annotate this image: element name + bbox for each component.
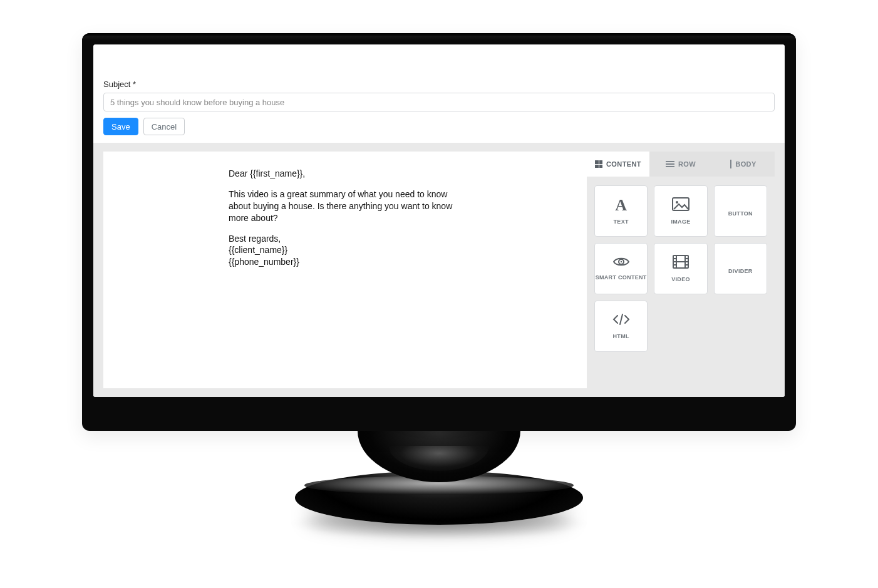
email-paragraph: This video is a great summary of what yo… — [229, 188, 467, 224]
email-editor-app: Subject * 5 things you should know befor… — [93, 44, 785, 397]
code-icon — [612, 313, 631, 328]
button-row: Save Cancel — [103, 118, 775, 135]
email-greeting: Dear {{first_name}}, — [229, 168, 467, 180]
email-signature: Best regards, {{client_name}} {{phone_nu… — [229, 233, 467, 269]
save-button[interactable]: Save — [103, 118, 138, 135]
svg-point-3 — [620, 261, 621, 262]
block-video[interactable]: VIDEO — [654, 243, 707, 294]
block-smart-content-label: SMART CONTENT — [596, 274, 647, 281]
block-divider-label: DIVIDER — [728, 268, 753, 274]
block-image[interactable]: IMAGE — [654, 185, 707, 237]
block-text[interactable]: A TEXT — [594, 185, 648, 237]
tab-body-label: BODY — [735, 160, 756, 168]
tab-body[interactable]: BODY — [712, 152, 775, 177]
tab-row[interactable]: ROW — [649, 152, 712, 177]
email-sig-line-1: {{client_name}} — [229, 244, 467, 256]
svg-line-14 — [620, 314, 622, 324]
tab-row-label: ROW — [678, 160, 696, 168]
block-text-label: TEXT — [614, 219, 629, 225]
body-icon — [730, 160, 731, 168]
tab-content[interactable]: CONTENT — [587, 152, 649, 177]
svg-point-1 — [676, 201, 678, 204]
text-icon: A — [615, 197, 627, 214]
block-image-label: IMAGE — [671, 219, 690, 225]
panel-tabs: CONTENT ROW — [587, 152, 775, 177]
editor-sidepanel: CONTENT ROW — [587, 152, 775, 388]
subject-input-value: 5 things you should know before buying a… — [110, 98, 284, 107]
form-area: Subject * 5 things you should know befor… — [93, 80, 785, 143]
email-sig-line-2: {{phone_number}} — [229, 256, 467, 268]
email-canvas[interactable]: Dear {{first_name}}, This video is a gre… — [103, 152, 587, 388]
top-spacer — [93, 44, 785, 80]
block-html-label: HTML — [613, 333, 629, 339]
builder: Dear {{first_name}}, This video is a gre… — [103, 152, 775, 388]
block-button[interactable]: BUTTON — [714, 185, 767, 237]
image-icon — [672, 197, 689, 214]
block-button-label: BUTTON — [728, 210, 753, 217]
monitor-bezel: Subject * 5 things you should know befor… — [82, 33, 796, 431]
rows-icon — [666, 161, 674, 167]
block-smart-content[interactable]: SMART CONTENT — [594, 243, 648, 294]
email-body: Dear {{first_name}}, This video is a gre… — [229, 168, 467, 268]
builder-wrap: Dear {{first_name}}, This video is a gre… — [93, 143, 785, 397]
monitor-screen: Subject * 5 things you should know befor… — [93, 44, 785, 397]
block-video-label: VIDEO — [671, 276, 690, 282]
eye-gear-icon — [613, 257, 629, 269]
subject-input[interactable]: 5 things you should know before buying a… — [103, 93, 775, 111]
film-icon — [673, 255, 689, 271]
grid-icon — [595, 160, 602, 168]
block-html[interactable]: HTML — [594, 301, 648, 352]
cancel-button[interactable]: Cancel — [143, 118, 185, 135]
tab-content-label: CONTENT — [606, 160, 641, 168]
content-blocks-grid: A TEXT — [587, 177, 775, 361]
block-divider[interactable]: DIVIDER — [714, 243, 767, 294]
subject-label: Subject * — [103, 80, 775, 89]
email-closing: Best regards, — [229, 233, 467, 245]
